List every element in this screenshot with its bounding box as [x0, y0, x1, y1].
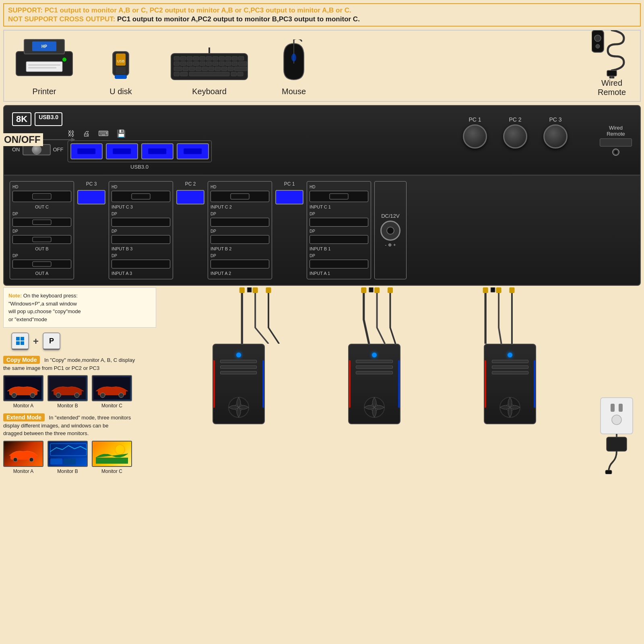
- udisk-item: USB U disk: [101, 47, 141, 96]
- usb3-port-pc2[interactable]: [176, 190, 204, 204]
- svg-rect-70: [330, 194, 348, 199]
- dc12v-label: DC/12V: [381, 213, 400, 219]
- dp-port-ina3[interactable]: [111, 260, 170, 268]
- svg-point-77: [12, 393, 17, 398]
- copy-mode-label: Copy Mode: [3, 356, 40, 364]
- svg-rect-101: [361, 287, 366, 293]
- svg-rect-24: [238, 56, 244, 60]
- pc2-button[interactable]: [503, 124, 527, 149]
- input-a2-label: INPUT A 2: [211, 271, 269, 276]
- dp-port-inc2[interactable]: [211, 218, 269, 227]
- svg-rect-109: [491, 287, 495, 292]
- dp-port-inc3[interactable]: [111, 218, 170, 227]
- hd-port-inc1[interactable]: [310, 191, 368, 202]
- pc2-button-group: PC 2: [503, 116, 527, 149]
- svg-rect-108: [369, 287, 374, 292]
- wired-remote-port-label: Wired Remote: [607, 125, 625, 137]
- copy-mode-section: Copy Mode In "Copy" mode,monitor A, B, C…: [3, 356, 156, 372]
- cables-area: [163, 287, 586, 344]
- pc2-tower: [348, 344, 400, 424]
- wired-remote-outside: WiredRemote: [592, 30, 632, 97]
- hd-label-outc: HD: [12, 185, 71, 189]
- svg-text:USB: USB: [117, 59, 125, 63]
- dc-port[interactable]: [380, 221, 400, 241]
- svg-rect-35: [238, 62, 247, 66]
- svg-rect-43: [221, 67, 227, 71]
- accessories-row: HP Printer USB U disk: [3, 30, 641, 102]
- svg-rect-11: [115, 75, 127, 79]
- extend-mode-section: Extend Mode In "extended" mode, three mo…: [3, 413, 156, 438]
- dp-port-inb3[interactable]: [111, 235, 170, 244]
- right-panel: [163, 287, 586, 474]
- svg-rect-65: [33, 220, 51, 225]
- keyboard-icon: [165, 47, 254, 84]
- pc3-drive-slot-2: [220, 365, 257, 369]
- extend-monitor-b: Monitor B: [47, 441, 88, 474]
- keyboard-shortcut: + P: [11, 332, 156, 350]
- dc12v-group: DC/12V - ⊕ +: [374, 181, 407, 279]
- dp-port-ina1[interactable]: [310, 260, 368, 268]
- svg-rect-49: [231, 72, 237, 76]
- out-c-label: OUT C: [12, 204, 71, 209]
- windows-key: [11, 332, 29, 350]
- usb3-port-pc1[interactable]: [275, 190, 303, 204]
- banner-notsupport-prefix: NOT SUPPORT CROSS OUTPUT:: [8, 15, 117, 23]
- dp-port-outc[interactable]: [12, 218, 71, 227]
- mouse-item: Mouse: [278, 39, 310, 96]
- input-c1-label: INPUT C 1: [310, 204, 368, 209]
- svg-rect-118: [619, 404, 623, 412]
- pc1-led: [508, 353, 512, 357]
- dp-port-ina2[interactable]: [211, 260, 269, 268]
- hd-port-inc3[interactable]: [111, 191, 170, 202]
- svg-rect-46: [189, 72, 229, 76]
- svg-point-81: [56, 393, 61, 398]
- svg-rect-117: [611, 404, 615, 412]
- svg-rect-25: [174, 62, 180, 66]
- svg-rect-19: [206, 56, 212, 60]
- pc2-fan-icon: [358, 395, 390, 419]
- input-pc1-port-group: HD INPUT C 1 DP DP INPUT B 1 DP INPUT A …: [307, 181, 371, 279]
- pc1-button[interactable]: [463, 124, 487, 149]
- usb3-port-pc3[interactable]: [77, 190, 105, 204]
- extend-monitor-c-label: Monitor C: [101, 469, 122, 474]
- svg-rect-26: [180, 62, 186, 66]
- pc2-drive-slot-1: [356, 360, 392, 363]
- copy-monitor-a: Monitor A: [3, 375, 43, 409]
- usb-port-2[interactable]: [106, 143, 138, 159]
- svg-point-82: [74, 393, 79, 398]
- svg-marker-60: [71, 138, 75, 142]
- usb-port-4[interactable]: [177, 143, 209, 159]
- pc3-button[interactable]: [543, 124, 568, 149]
- note-box: Note: On the keyboard press:"Windows+P",…: [3, 287, 156, 328]
- hd-port-inc2[interactable]: [211, 191, 269, 202]
- input-c2-label: INPUT C 2: [211, 204, 269, 209]
- dc-minus: -: [385, 242, 386, 248]
- svg-rect-71: [16, 337, 20, 341]
- copy-monitor-a-label: Monitor A: [13, 403, 34, 409]
- dp-port-inc1[interactable]: [310, 218, 368, 227]
- wr-circle-icon: [612, 148, 620, 156]
- dp-port-outa[interactable]: [12, 260, 71, 268]
- keyboard-symbol-icon: ⌨: [98, 129, 109, 138]
- copy-thumb-b: [47, 375, 88, 401]
- hd-port-outc[interactable]: [12, 191, 71, 202]
- dp-port-inb2[interactable]: [211, 235, 269, 244]
- dp-port-outb[interactable]: [12, 235, 71, 244]
- off-text: OFF: [53, 147, 64, 153]
- dc-icon: ⊕: [388, 242, 392, 248]
- dc-port-inner: [386, 227, 394, 235]
- svg-rect-97: [96, 458, 128, 464]
- svg-rect-107: [247, 287, 252, 292]
- svg-rect-15: [180, 56, 186, 60]
- svg-rect-68: [132, 194, 150, 199]
- svg-rect-66: [33, 237, 51, 242]
- pc2-drive-slot-3: [356, 371, 392, 374]
- svg-rect-37: [183, 67, 188, 71]
- pc2-drive-slot-2: [356, 365, 392, 369]
- dp-port-inb1[interactable]: [310, 235, 368, 244]
- pc3-led: [236, 353, 241, 357]
- svg-rect-47: [174, 72, 180, 76]
- usb-port-3[interactable]: [141, 143, 173, 159]
- kvm-device: ON/OFF 8K USB3.0 ON: [3, 105, 641, 286]
- svg-point-96: [115, 445, 125, 454]
